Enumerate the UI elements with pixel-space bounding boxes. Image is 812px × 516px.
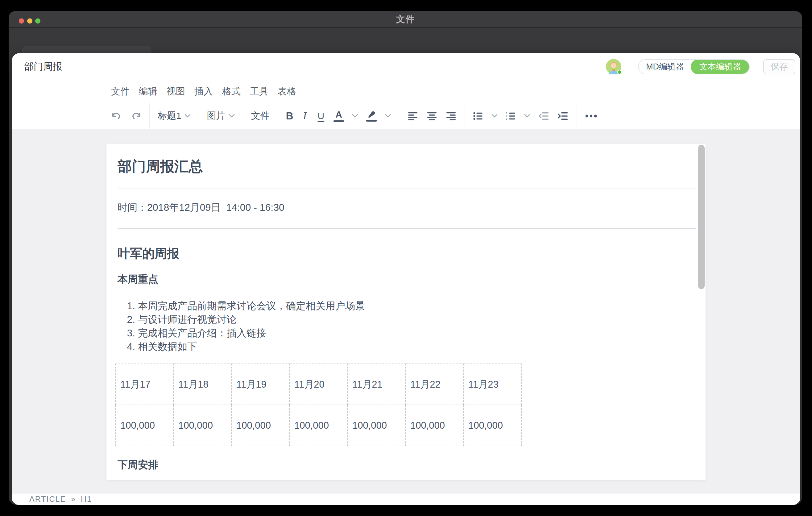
table-cell[interactable]: 11月19: [232, 364, 290, 405]
highlight-dropdown[interactable]: [385, 114, 391, 118]
table-cell[interactable]: 100,000: [232, 405, 290, 446]
align-center-button[interactable]: [426, 111, 437, 121]
align-right-button[interactable]: [445, 111, 457, 121]
document-title: 部门周报: [24, 60, 62, 73]
table-cell[interactable]: 11月21: [348, 364, 406, 405]
redo-icon: [130, 111, 141, 122]
bold-button[interactable]: B: [286, 110, 293, 122]
ordered-list-button[interactable]: 1 2 3: [506, 112, 516, 120]
attach-file-label: 文件: [251, 110, 270, 122]
doc-data-table: 11月17 11月18 11月19 11月20 11月21 11月22 11月2…: [115, 364, 522, 446]
underline-button[interactable]: U: [317, 111, 326, 121]
text-editor-toggle[interactable]: 文本编辑器: [691, 59, 750, 75]
table-cell[interactable]: 11月20: [290, 364, 348, 405]
bullet-list-dropdown[interactable]: [491, 114, 498, 118]
doc-heading-1[interactable]: 部门周报汇总: [118, 158, 696, 175]
bullet-list-button[interactable]: [473, 112, 484, 120]
table-cell[interactable]: 100,000: [116, 405, 174, 446]
chevron-down-icon: [352, 114, 358, 118]
menu-bar: 文件 编辑 视图 插入 格式 工具 表格: [12, 80, 800, 103]
app-window: 文件 部门周报: [9, 11, 802, 505]
horizontal-rule: [118, 189, 696, 189]
list-item[interactable]: 本周完成产品前期需求讨论会议，确定相关用户场景: [138, 299, 696, 313]
list-item[interactable]: 相关数据如下: [138, 340, 696, 353]
file-group: 文件: [243, 103, 278, 129]
more-options-button[interactable]: [585, 114, 597, 118]
menu-insert[interactable]: 插入: [194, 84, 213, 99]
scrollbar-thumb[interactable]: [698, 145, 705, 289]
table-row: 100,000 100,000 100,000 100,000 100,000 …: [116, 405, 522, 446]
menu-file[interactable]: 文件: [111, 84, 129, 99]
doc-heading-2[interactable]: 叶军的周报: [118, 246, 696, 261]
list-item[interactable]: 完成相关产品介绍：插入链接: [138, 326, 696, 340]
doc-time-paragraph[interactable]: 时间：2018年12月09日 14:00 - 16:30: [118, 201, 696, 214]
image-dropdown[interactable]: 图片: [207, 110, 235, 122]
table-cell[interactable]: 100,000: [464, 405, 522, 446]
ordered-list-dropdown[interactable]: [524, 114, 530, 118]
underline-icon: U: [317, 111, 326, 121]
heading-group: 标题1: [150, 103, 199, 129]
italic-button[interactable]: I: [301, 110, 309, 122]
heading-dropdown[interactable]: 标题1: [158, 110, 191, 122]
list-item[interactable]: 与设计师进行视觉讨论: [138, 313, 696, 326]
header-actions: MD编辑器 文本编辑器 保存: [606, 59, 795, 75]
align-left-button[interactable]: [407, 111, 418, 121]
chevron-down-icon: [184, 114, 191, 118]
table-cell[interactable]: 100,000: [174, 405, 232, 446]
history-group: [111, 103, 149, 129]
modal-header: 部门周报 MD编辑器 文: [12, 53, 800, 80]
undo-icon: [111, 111, 122, 122]
highlight-button[interactable]: [366, 111, 377, 122]
user-avatar[interactable]: [606, 59, 621, 75]
chevron-down-icon: [229, 114, 235, 118]
svg-text:3: 3: [506, 117, 508, 120]
ellipsis-icon: [585, 114, 597, 118]
redo-button[interactable]: [130, 111, 141, 122]
toolbar: 标题1 图片 文件: [12, 103, 800, 129]
indent-button[interactable]: [557, 112, 569, 120]
undo-button[interactable]: [111, 111, 122, 122]
highlighter-icon: [366, 111, 377, 122]
table-cell[interactable]: 11月22: [406, 364, 464, 405]
table-row: 11月17 11月18 11月19 11月20 11月21 11月22 11月2…: [116, 364, 522, 405]
online-status-dot: [617, 70, 622, 75]
attach-file-button[interactable]: 文件: [251, 110, 270, 122]
breadcrumb-separator: »: [71, 495, 76, 504]
table-cell[interactable]: 100,000: [406, 405, 464, 446]
ordered-list-icon: 1 2 3: [506, 112, 516, 120]
menu-view[interactable]: 视图: [167, 84, 185, 99]
status-bar: ARTICLE » H1: [12, 493, 800, 505]
menu-format[interactable]: 格式: [222, 84, 241, 99]
menu-table[interactable]: 表格: [278, 84, 296, 99]
table-cell[interactable]: 11月17: [116, 364, 174, 405]
table-cell[interactable]: 100,000: [290, 405, 348, 446]
table-cell[interactable]: 100,000: [348, 405, 406, 446]
doc-heading-3-next-week[interactable]: 下周安排: [118, 459, 696, 471]
outdent-icon: [538, 112, 549, 120]
font-color-button[interactable]: A: [334, 110, 344, 122]
font-color-dropdown[interactable]: [352, 114, 358, 118]
chevron-down-icon: [491, 114, 498, 118]
align-center-icon: [426, 111, 437, 121]
table-cell[interactable]: 11月18: [174, 364, 232, 405]
align-left-icon: [407, 111, 418, 121]
menu-edit[interactable]: 编辑: [139, 84, 157, 99]
image-group: 图片: [199, 103, 243, 129]
editor-mode-toggle: MD编辑器 文本编辑器: [638, 59, 750, 75]
chevron-down-icon: [385, 114, 391, 118]
chevron-down-icon: [524, 114, 530, 118]
titlebar: 文件: [9, 11, 802, 28]
more-group: [577, 103, 605, 129]
list-group: 1 2 3: [465, 103, 577, 129]
doc-heading-3-week-focus[interactable]: 本周重点: [118, 273, 696, 285]
document-page[interactable]: 部门周报汇总 时间：2018年12月09日 14:00 - 16:30 叶军的周…: [106, 144, 706, 480]
menu-tools[interactable]: 工具: [250, 84, 268, 99]
editor-modal: 部门周报 MD编辑器 文: [12, 53, 800, 505]
outdent-button[interactable]: [538, 112, 549, 120]
align-group: [399, 103, 465, 129]
font-color-icon: A: [334, 110, 344, 122]
save-button[interactable]: 保存: [763, 59, 795, 75]
md-editor-toggle[interactable]: MD编辑器: [639, 60, 691, 74]
bullet-list-icon: [473, 112, 484, 120]
table-cell[interactable]: 11月23: [464, 364, 522, 405]
